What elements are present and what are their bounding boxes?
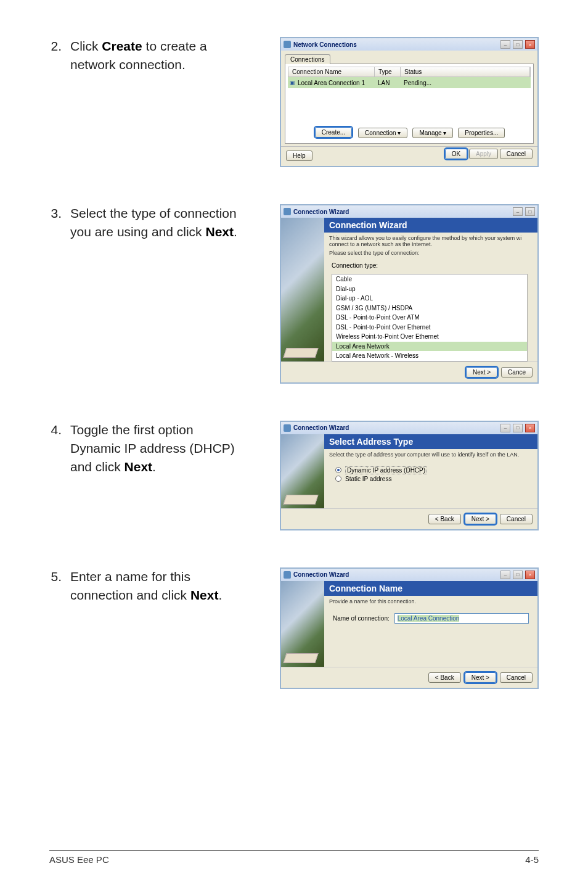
- step-3-post: .: [234, 225, 237, 239]
- maximize-icon[interactable]: □: [513, 424, 523, 432]
- app-icon: [284, 571, 291, 579]
- next-button[interactable]: Next >: [465, 514, 496, 524]
- connection-button[interactable]: Connection ▾: [358, 128, 407, 138]
- back-button[interactable]: < Back: [428, 672, 461, 683]
- wizard-subtitle: Provide a name for this connection.: [324, 596, 537, 607]
- window-title: Connection Wizard: [293, 571, 498, 578]
- create-button[interactable]: Create...: [315, 127, 352, 138]
- close-icon[interactable]: ×: [525, 40, 535, 49]
- radio-dhcp-label: Dynamic IP address (DHCP): [345, 466, 427, 474]
- list-item[interactable]: Dial-up - AOL: [332, 294, 527, 303]
- step-5-bold: Next: [190, 588, 219, 602]
- cell-type: LAN: [374, 80, 400, 86]
- step-2-text: 2. Click Create to create a network conn…: [49, 37, 240, 75]
- col-connection-name: Connection Name: [288, 67, 375, 76]
- wizard-subtitle: Select the type of address your computer…: [324, 449, 537, 460]
- step-5-post: .: [218, 588, 222, 602]
- app-icon: [284, 41, 291, 48]
- ok-button[interactable]: OK: [445, 149, 467, 159]
- step-2: 2. Click Create to create a network conn…: [49, 37, 539, 167]
- name-label: Name of connection:: [333, 615, 390, 622]
- titlebar: Connection Wizard – □ ×: [281, 569, 537, 581]
- connection-type-listbox[interactable]: Cable Dial-up Dial-up - AOL GSM / 3G (UM…: [332, 274, 528, 361]
- table-header: Connection Name Type Status: [288, 67, 531, 77]
- minimize-icon[interactable]: –: [500, 424, 510, 432]
- back-button[interactable]: < Back: [428, 514, 461, 524]
- cell-name: Local Area Connection 1: [296, 80, 374, 86]
- step-5-text: 5. Enter a name for this connection and …: [49, 567, 240, 605]
- wizard-artwork: [281, 218, 324, 361]
- app-icon: [284, 424, 291, 432]
- list-item[interactable]: DSL - Point-to-Point Over ATM: [332, 313, 527, 323]
- next-button[interactable]: Next >: [465, 672, 496, 683]
- app-icon: [284, 208, 291, 215]
- step-2-num: 2.: [49, 37, 70, 56]
- network-icon: ▣: [288, 80, 296, 86]
- minimize-icon[interactable]: –: [500, 571, 510, 579]
- screenshot-connection-wizard-type: Connection Wizard – □ Connection Wizard …: [253, 204, 539, 384]
- wizard-banner: Connection Name: [324, 581, 537, 596]
- step-4: 4. Toggle the first option Dynamic IP ad…: [49, 421, 539, 530]
- cell-status: Pending...: [400, 80, 531, 86]
- screenshot-connection-name: Connection Wizard – □ × Connection Name …: [253, 567, 539, 689]
- wizard-banner: Select Address Type: [324, 434, 537, 449]
- minimize-icon[interactable]: –: [500, 40, 510, 49]
- list-item[interactable]: Dial-up: [332, 284, 527, 294]
- radio-off-icon: [335, 476, 341, 482]
- list-item[interactable]: GSM / 3G (UMTS) / HSDPA: [332, 303, 527, 313]
- window-title: Connection Wizard: [293, 424, 498, 431]
- step-3-bold: Next: [205, 225, 234, 239]
- cancel-button[interactable]: Cance: [501, 367, 533, 377]
- titlebar: Connection Wizard – □ ×: [281, 422, 537, 434]
- table-row[interactable]: ▣ Local Area Connection 1 LAN Pending...: [288, 77, 531, 88]
- maximize-icon[interactable]: □: [525, 207, 535, 216]
- list-item-selected[interactable]: Local Area Network: [332, 342, 527, 352]
- maximize-icon[interactable]: □: [513, 571, 523, 579]
- list-item[interactable]: Wireless Point-to-Point Over Ethernet: [332, 332, 527, 342]
- wizard-subtitle: This wizard allows you to easily configu…: [324, 233, 537, 258]
- close-icon[interactable]: ×: [525, 424, 535, 432]
- apply-button[interactable]: Apply: [469, 149, 498, 159]
- help-button[interactable]: Help: [286, 151, 312, 161]
- wizard-artwork: [281, 581, 324, 667]
- maximize-icon[interactable]: □: [513, 40, 523, 49]
- step-5-pre: Enter a name for this connection and cli…: [70, 569, 190, 602]
- step-4-text: 4. Toggle the first option Dynamic IP ad…: [49, 421, 240, 477]
- tab-connections[interactable]: Connections: [285, 54, 330, 64]
- close-icon[interactable]: ×: [525, 571, 535, 579]
- manage-button[interactable]: Manage ▾: [412, 128, 453, 138]
- list-item[interactable]: Cable: [332, 274, 527, 284]
- step-3-text: 3. Select the type of connection you are…: [49, 204, 240, 242]
- cancel-button[interactable]: Cancel: [500, 672, 533, 683]
- step-4-num: 4.: [49, 421, 70, 439]
- cancel-button[interactable]: Cancel: [500, 149, 533, 159]
- col-status: Status: [401, 67, 530, 76]
- window-connection-wizard: Connection Wizard – □ × Connection Name …: [280, 567, 539, 689]
- step-5: 5. Enter a name for this connection and …: [49, 567, 539, 689]
- cancel-button[interactable]: Cancel: [500, 514, 533, 524]
- screenshot-network-connections: Network Connections – □ × Connections Co…: [253, 37, 539, 167]
- wizard-artwork: [281, 434, 324, 508]
- minimize-icon[interactable]: –: [513, 207, 523, 216]
- screenshot-select-address-type: Connection Wizard – □ × Select Address T…: [253, 421, 539, 530]
- connection-type-label: Connection type:: [324, 258, 537, 273]
- next-button[interactable]: Next >: [466, 367, 497, 377]
- step-2-bold: Create: [102, 39, 142, 53]
- radio-on-icon: [335, 467, 341, 473]
- step-3: 3. Select the type of connection you are…: [49, 204, 539, 384]
- window-title: Connection Wizard: [293, 208, 510, 215]
- radio-static[interactable]: Static IP address: [335, 476, 526, 482]
- highlight-create: Create...: [314, 128, 353, 138]
- list-item[interactable]: Local Area Network - Wireless: [332, 351, 527, 361]
- list-item[interactable]: DSL - Point-to-Point Over Ethernet: [332, 323, 527, 332]
- footer-right: 4-5: [525, 854, 539, 865]
- step-2-pre: Click: [70, 39, 102, 53]
- step-4-post: .: [152, 460, 156, 474]
- properties-button[interactable]: Properties...: [458, 128, 505, 138]
- connection-name-input[interactable]: Local Area Connection: [394, 613, 529, 624]
- step-4-bold: Next: [125, 460, 153, 474]
- titlebar: Connection Wizard – □: [281, 205, 537, 218]
- col-type: Type: [375, 67, 401, 76]
- footer-left: ASUS Eee PC: [49, 854, 109, 865]
- radio-dhcp[interactable]: Dynamic IP address (DHCP): [335, 466, 526, 474]
